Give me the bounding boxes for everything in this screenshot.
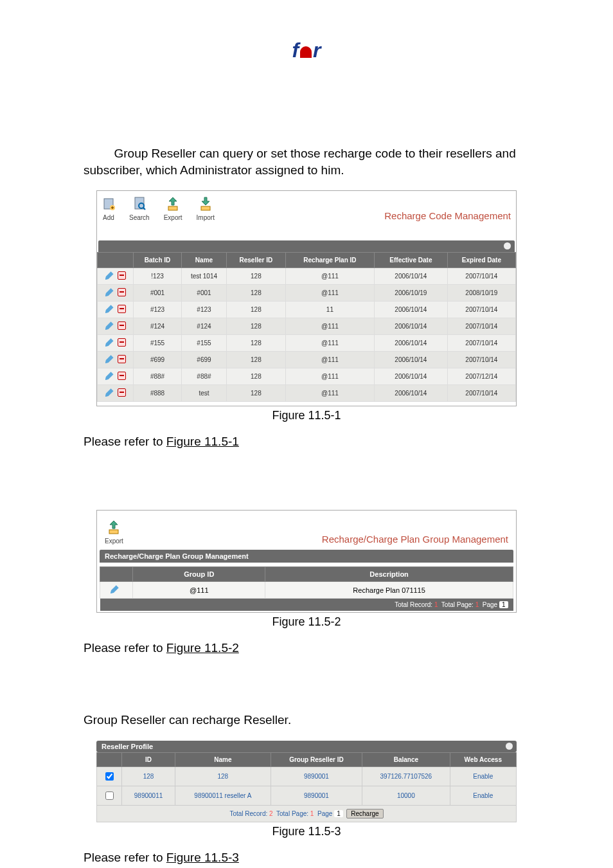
- col-check: [97, 752, 122, 766]
- col-actions: [100, 567, 133, 582]
- table-row: #123#123128112006/10/142007/10/14: [98, 302, 516, 318]
- refer3-link[interactable]: Figure 11.5-3: [166, 851, 239, 864]
- refer-1: Please refer to Figure 11.5-1: [84, 435, 529, 449]
- table-row: #155#155128@1112006/10/142007/10/14: [98, 335, 516, 352]
- import-icon: [199, 196, 212, 212]
- fig1-caption: Figure 11.5-1: [84, 406, 529, 422]
- refer2-link[interactable]: Figure 11.5-2: [166, 641, 239, 655]
- fig3-header: Reseller Profile: [96, 741, 517, 752]
- search-label: Search: [129, 214, 150, 221]
- table-row: #001#001128@1112006/10/192008/10/19: [98, 285, 516, 302]
- refer1-link[interactable]: Figure 11.5-1: [166, 435, 239, 448]
- edit-icon[interactable]: [105, 305, 114, 313]
- col-effdate: Effective Date: [375, 253, 448, 268]
- refer-2: Please refer to Figure 11.5-2: [84, 641, 529, 655]
- fig2-table: Group IDDescription @111Recharge Plan 07…: [100, 566, 513, 611]
- edit-icon[interactable]: [105, 372, 114, 380]
- export-button[interactable]: Export: [164, 196, 182, 221]
- edit-icon[interactable]: [105, 355, 114, 363]
- col-id: ID: [122, 752, 175, 766]
- delete-icon[interactable]: [118, 321, 126, 330]
- col-balance: Balance: [362, 752, 450, 766]
- paragraph-3: Group Reseller can recharge Reseller.: [84, 712, 529, 728]
- table-row: @111Recharge Plan 071115: [100, 582, 513, 599]
- refer-3: Please refer to Figure 11.5-3: [84, 851, 529, 865]
- fig3-footer: Total Record: 2 Total Page: 1 Page 1 Rec…: [97, 805, 517, 822]
- edit-icon[interactable]: [105, 388, 114, 397]
- table-row: 9890001198900011 reseller A989000110000E…: [97, 786, 517, 805]
- export-label: Export: [164, 214, 182, 221]
- delete-icon[interactable]: [118, 305, 126, 313]
- edit-icon[interactable]: [105, 338, 114, 347]
- figure-2-box: Export Recharge/Charge Plan Group Manage…: [96, 510, 517, 613]
- fig2-title: Recharge/Charge Plan Group Management: [322, 534, 508, 545]
- add-label: Add: [103, 214, 114, 221]
- export-icon: [107, 520, 120, 535]
- fig1-header-row: Batch ID Name Reseller ID Recharge Plan …: [98, 253, 516, 268]
- page: fr Group Reseller can query or set those…: [0, 0, 613, 865]
- row-checkbox[interactable]: [105, 791, 114, 800]
- fig2-header-bar: Recharge/Charge Plan Group Management: [100, 550, 513, 563]
- recharge-button[interactable]: Recharge: [346, 809, 383, 818]
- figure-3-box: Reseller Profile IDNameGroup Reseller ID…: [96, 741, 517, 822]
- col-webaccess: Web Access: [450, 752, 516, 766]
- search-icon: [133, 196, 146, 212]
- col-desc: Description: [265, 567, 513, 582]
- export-button[interactable]: Export: [105, 520, 123, 545]
- table-row: !123test 1014128@1112006/10/142007/10/14: [98, 268, 516, 285]
- delete-icon[interactable]: [118, 271, 126, 280]
- fig2-footer: Total Record: 1 Total Page: 1 Page 1: [100, 599, 513, 611]
- delete-icon[interactable]: [118, 338, 126, 347]
- col-groupid: Group ID: [133, 567, 265, 582]
- edit-icon[interactable]: [105, 271, 114, 280]
- col-actions: [98, 253, 134, 268]
- table-row: #888test128@1112006/10/142007/10/14: [98, 385, 516, 402]
- col-batchid: Batch ID: [134, 253, 182, 268]
- page-input[interactable]: 1: [499, 601, 508, 608]
- fig3-table: IDNameGroup Reseller IDBalanceWeb Access…: [96, 752, 517, 822]
- search-button[interactable]: Search: [129, 196, 150, 221]
- col-name: Name: [182, 253, 227, 268]
- fig1-table: Batch ID Name Reseller ID Recharge Plan …: [97, 252, 516, 402]
- import-label: Import: [197, 214, 215, 221]
- fig1-toolbar: Add Search Export Import Recharge Code M…: [97, 191, 516, 228]
- delete-icon[interactable]: [118, 355, 126, 363]
- logo-area: fr: [0, 0, 613, 62]
- export-label: Export: [105, 538, 123, 545]
- delete-icon[interactable]: [118, 288, 126, 296]
- delete-icon[interactable]: [118, 372, 126, 380]
- table-row: 1281289890001397126.77107526Enable: [97, 766, 517, 786]
- import-button[interactable]: Import: [197, 196, 215, 221]
- page-input[interactable]: 1: [334, 810, 343, 817]
- fig1-title: Recharge Code Management: [384, 210, 511, 221]
- table-row: #88##88#128@1112006/10/142007/12/14: [98, 368, 516, 385]
- export-icon: [166, 196, 179, 212]
- fig3-caption: Figure 11.5-3: [84, 822, 529, 838]
- fig1-search-tab[interactable]: [98, 240, 515, 252]
- col-name: Name: [175, 752, 271, 766]
- col-planid: Recharge Plan ID: [285, 253, 374, 268]
- edit-icon[interactable]: [111, 585, 119, 593]
- edit-icon[interactable]: [105, 321, 114, 330]
- table-row: #124#124128@1112006/10/142007/10/14: [98, 318, 516, 335]
- delete-icon[interactable]: [118, 388, 126, 397]
- svg-rect-6: [201, 206, 210, 210]
- table-row: #699#699128@1112006/10/142007/10/14: [98, 352, 516, 368]
- add-icon: [102, 196, 115, 212]
- paragraph-1: Group Reseller can query or set those re…: [84, 145, 529, 178]
- svg-rect-7: [109, 530, 118, 534]
- col-gresid: Group Reseller ID: [271, 752, 362, 766]
- col-expdate: Expired Date: [447, 253, 515, 268]
- add-button[interactable]: Add: [102, 196, 115, 221]
- edit-icon[interactable]: [105, 288, 114, 296]
- col-resellerid: Reseller ID: [226, 253, 285, 268]
- svg-rect-5: [168, 206, 177, 210]
- svg-line-4: [143, 208, 145, 210]
- row-checkbox[interactable]: [105, 772, 114, 781]
- fig2-caption: Figure 11.5-2: [84, 613, 529, 629]
- figure-1-box: Add Search Export Import Recharge Code M…: [96, 190, 517, 406]
- logo-text: fr: [292, 39, 321, 62]
